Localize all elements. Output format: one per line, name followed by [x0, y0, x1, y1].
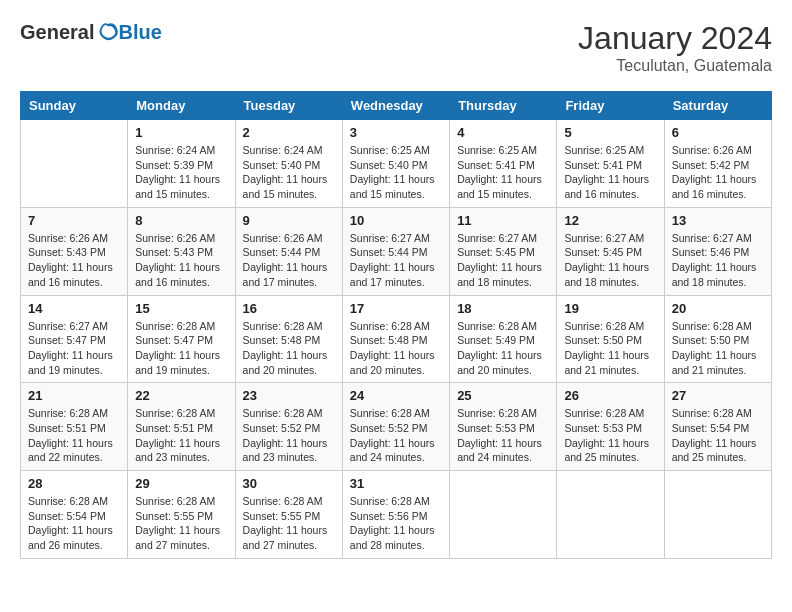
calendar-week-1: 1Sunrise: 6:24 AMSunset: 5:39 PMDaylight… — [21, 120, 772, 208]
calendar-cell: 22Sunrise: 6:28 AMSunset: 5:51 PMDayligh… — [128, 383, 235, 471]
calendar-cell: 6Sunrise: 6:26 AMSunset: 5:42 PMDaylight… — [664, 120, 771, 208]
calendar-cell: 11Sunrise: 6:27 AMSunset: 5:45 PMDayligh… — [450, 207, 557, 295]
day-number: 31 — [350, 476, 442, 491]
calendar-week-4: 21Sunrise: 6:28 AMSunset: 5:51 PMDayligh… — [21, 383, 772, 471]
day-info: Sunrise: 6:28 AMSunset: 5:47 PMDaylight:… — [135, 319, 227, 378]
calendar-week-5: 28Sunrise: 6:28 AMSunset: 5:54 PMDayligh… — [21, 471, 772, 559]
logo-icon — [96, 20, 120, 44]
day-number: 4 — [457, 125, 549, 140]
weekday-header-monday: Monday — [128, 92, 235, 120]
day-info: Sunrise: 6:26 AMSunset: 5:43 PMDaylight:… — [135, 231, 227, 290]
calendar-cell: 2Sunrise: 6:24 AMSunset: 5:40 PMDaylight… — [235, 120, 342, 208]
day-info: Sunrise: 6:28 AMSunset: 5:48 PMDaylight:… — [243, 319, 335, 378]
calendar-cell: 29Sunrise: 6:28 AMSunset: 5:55 PMDayligh… — [128, 471, 235, 559]
day-number: 22 — [135, 388, 227, 403]
page-header: General Blue January 2024 Teculutan, Gua… — [20, 20, 772, 75]
calendar-cell: 28Sunrise: 6:28 AMSunset: 5:54 PMDayligh… — [21, 471, 128, 559]
day-number: 16 — [243, 301, 335, 316]
month-year-title: January 2024 — [578, 20, 772, 57]
logo-blue-text: Blue — [118, 21, 161, 44]
calendar-cell: 17Sunrise: 6:28 AMSunset: 5:48 PMDayligh… — [342, 295, 449, 383]
calendar-week-3: 14Sunrise: 6:27 AMSunset: 5:47 PMDayligh… — [21, 295, 772, 383]
calendar-cell: 18Sunrise: 6:28 AMSunset: 5:49 PMDayligh… — [450, 295, 557, 383]
day-number: 26 — [564, 388, 656, 403]
weekday-header-thursday: Thursday — [450, 92, 557, 120]
day-info: Sunrise: 6:26 AMSunset: 5:43 PMDaylight:… — [28, 231, 120, 290]
day-number: 11 — [457, 213, 549, 228]
calendar-cell: 8Sunrise: 6:26 AMSunset: 5:43 PMDaylight… — [128, 207, 235, 295]
weekday-header-tuesday: Tuesday — [235, 92, 342, 120]
day-number: 12 — [564, 213, 656, 228]
day-info: Sunrise: 6:28 AMSunset: 5:51 PMDaylight:… — [28, 406, 120, 465]
calendar-cell: 20Sunrise: 6:28 AMSunset: 5:50 PMDayligh… — [664, 295, 771, 383]
day-number: 21 — [28, 388, 120, 403]
day-info: Sunrise: 6:25 AMSunset: 5:40 PMDaylight:… — [350, 143, 442, 202]
day-number: 25 — [457, 388, 549, 403]
day-info: Sunrise: 6:28 AMSunset: 5:50 PMDaylight:… — [564, 319, 656, 378]
calendar-cell: 19Sunrise: 6:28 AMSunset: 5:50 PMDayligh… — [557, 295, 664, 383]
day-info: Sunrise: 6:28 AMSunset: 5:50 PMDaylight:… — [672, 319, 764, 378]
day-number: 20 — [672, 301, 764, 316]
calendar-cell: 25Sunrise: 6:28 AMSunset: 5:53 PMDayligh… — [450, 383, 557, 471]
weekday-header-wednesday: Wednesday — [342, 92, 449, 120]
day-number: 27 — [672, 388, 764, 403]
calendar-cell: 5Sunrise: 6:25 AMSunset: 5:41 PMDaylight… — [557, 120, 664, 208]
day-info: Sunrise: 6:28 AMSunset: 5:54 PMDaylight:… — [28, 494, 120, 553]
day-number: 30 — [243, 476, 335, 491]
day-number: 5 — [564, 125, 656, 140]
day-number: 8 — [135, 213, 227, 228]
day-number: 14 — [28, 301, 120, 316]
calendar-cell: 3Sunrise: 6:25 AMSunset: 5:40 PMDaylight… — [342, 120, 449, 208]
day-info: Sunrise: 6:25 AMSunset: 5:41 PMDaylight:… — [457, 143, 549, 202]
calendar-week-2: 7Sunrise: 6:26 AMSunset: 5:43 PMDaylight… — [21, 207, 772, 295]
calendar-cell: 15Sunrise: 6:28 AMSunset: 5:47 PMDayligh… — [128, 295, 235, 383]
day-info: Sunrise: 6:28 AMSunset: 5:55 PMDaylight:… — [243, 494, 335, 553]
day-info: Sunrise: 6:28 AMSunset: 5:52 PMDaylight:… — [350, 406, 442, 465]
calendar-cell: 21Sunrise: 6:28 AMSunset: 5:51 PMDayligh… — [21, 383, 128, 471]
calendar-cell — [21, 120, 128, 208]
calendar-cell — [664, 471, 771, 559]
day-number: 6 — [672, 125, 764, 140]
calendar-header-row: SundayMondayTuesdayWednesdayThursdayFrid… — [21, 92, 772, 120]
calendar-cell — [450, 471, 557, 559]
day-info: Sunrise: 6:28 AMSunset: 5:53 PMDaylight:… — [564, 406, 656, 465]
day-info: Sunrise: 6:25 AMSunset: 5:41 PMDaylight:… — [564, 143, 656, 202]
day-info: Sunrise: 6:27 AMSunset: 5:45 PMDaylight:… — [457, 231, 549, 290]
day-number: 19 — [564, 301, 656, 316]
calendar-cell: 16Sunrise: 6:28 AMSunset: 5:48 PMDayligh… — [235, 295, 342, 383]
day-info: Sunrise: 6:27 AMSunset: 5:44 PMDaylight:… — [350, 231, 442, 290]
day-info: Sunrise: 6:28 AMSunset: 5:54 PMDaylight:… — [672, 406, 764, 465]
day-info: Sunrise: 6:24 AMSunset: 5:40 PMDaylight:… — [243, 143, 335, 202]
calendar-cell: 10Sunrise: 6:27 AMSunset: 5:44 PMDayligh… — [342, 207, 449, 295]
day-info: Sunrise: 6:27 AMSunset: 5:45 PMDaylight:… — [564, 231, 656, 290]
weekday-header-friday: Friday — [557, 92, 664, 120]
day-info: Sunrise: 6:27 AMSunset: 5:46 PMDaylight:… — [672, 231, 764, 290]
day-info: Sunrise: 6:26 AMSunset: 5:44 PMDaylight:… — [243, 231, 335, 290]
day-number: 7 — [28, 213, 120, 228]
calendar-cell: 24Sunrise: 6:28 AMSunset: 5:52 PMDayligh… — [342, 383, 449, 471]
day-number: 9 — [243, 213, 335, 228]
logo-general-text: General — [20, 21, 94, 44]
calendar-cell: 27Sunrise: 6:28 AMSunset: 5:54 PMDayligh… — [664, 383, 771, 471]
calendar-cell: 1Sunrise: 6:24 AMSunset: 5:39 PMDaylight… — [128, 120, 235, 208]
day-number: 1 — [135, 125, 227, 140]
day-number: 28 — [28, 476, 120, 491]
calendar-table: SundayMondayTuesdayWednesdayThursdayFrid… — [20, 91, 772, 559]
calendar-cell: 7Sunrise: 6:26 AMSunset: 5:43 PMDaylight… — [21, 207, 128, 295]
weekday-header-saturday: Saturday — [664, 92, 771, 120]
weekday-header-sunday: Sunday — [21, 92, 128, 120]
day-info: Sunrise: 6:24 AMSunset: 5:39 PMDaylight:… — [135, 143, 227, 202]
title-block: January 2024 Teculutan, Guatemala — [578, 20, 772, 75]
day-number: 2 — [243, 125, 335, 140]
day-number: 17 — [350, 301, 442, 316]
day-info: Sunrise: 6:28 AMSunset: 5:56 PMDaylight:… — [350, 494, 442, 553]
calendar-cell: 13Sunrise: 6:27 AMSunset: 5:46 PMDayligh… — [664, 207, 771, 295]
day-number: 10 — [350, 213, 442, 228]
calendar-cell: 4Sunrise: 6:25 AMSunset: 5:41 PMDaylight… — [450, 120, 557, 208]
day-info: Sunrise: 6:27 AMSunset: 5:47 PMDaylight:… — [28, 319, 120, 378]
calendar-cell — [557, 471, 664, 559]
logo: General Blue — [20, 20, 162, 44]
day-number: 15 — [135, 301, 227, 316]
day-number: 24 — [350, 388, 442, 403]
day-info: Sunrise: 6:28 AMSunset: 5:48 PMDaylight:… — [350, 319, 442, 378]
